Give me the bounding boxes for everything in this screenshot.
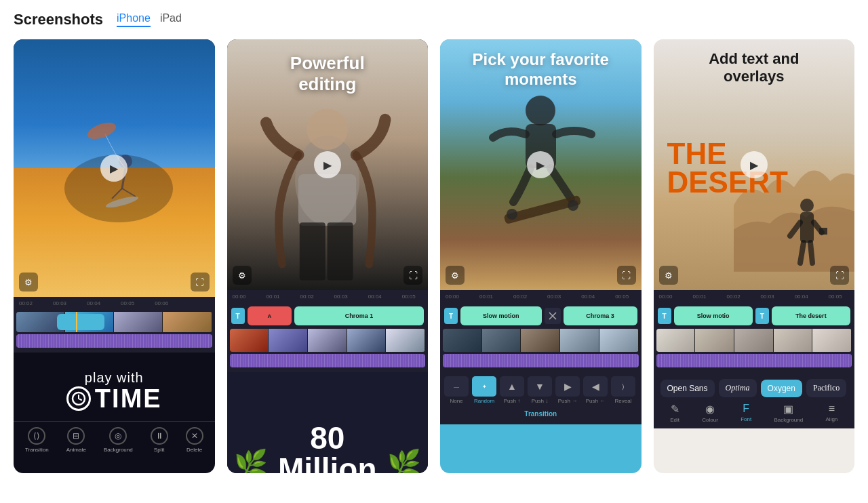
card2-video: Powerful editing ▶ ⚙ ⛶	[227, 39, 429, 290]
screenshots-row: ▶ ⚙ ⛶ 00:02 00:03 00:04 00:05 00:06	[14, 39, 854, 473]
video-toolbar-4: ⚙ ⛶	[659, 266, 850, 285]
toolbar-transition[interactable]: ⟨⟩ Transition	[25, 427, 49, 453]
toolbar-split[interactable]: ⏸ Split	[151, 427, 168, 453]
slow-motion-clip[interactable]: Slow motion	[460, 306, 542, 325]
play-button-2[interactable]: ▶	[314, 151, 341, 178]
screenshot-card-3: Pick your favorite moments ▶ ⚙ ⛶ 00:00 0…	[440, 39, 642, 473]
time-text: TIME	[66, 386, 162, 411]
video-toolbar: ⚙ ⛶	[19, 273, 210, 291]
push3-icon: ▶	[555, 376, 580, 397]
device-tabs: iPhone iPad	[117, 12, 182, 27]
svg-point-18	[800, 199, 814, 212]
downloads-badge: 🌿 80 Million Downloads 🌿	[227, 372, 429, 473]
badge-text: 80 Million Downloads	[275, 422, 381, 474]
color-tool[interactable]: ◉ Colour	[702, 403, 718, 423]
selected-clip[interactable]	[57, 314, 104, 330]
page-header: Screenshots iPhone iPad	[14, 11, 854, 28]
text-clip-icon: T	[231, 308, 245, 324]
font-opensans[interactable]: Open Sans	[660, 380, 715, 397]
time-icon	[66, 386, 91, 411]
laurel-right: 🌿	[387, 448, 421, 474]
toolbar-animate[interactable]: ⊟ Animate	[66, 427, 86, 453]
edit-tool[interactable]: ✎ Edit	[670, 403, 679, 423]
powerful-editing-text: Powerful editing	[227, 53, 429, 95]
push2-icon: ▼	[528, 376, 552, 397]
svg-point-6	[85, 121, 118, 142]
svg-line-23	[810, 243, 812, 263]
audio-track-4	[656, 354, 852, 367]
timeline-container-4: T Slow motio T The desert	[654, 302, 855, 372]
text-icon-4b: T	[755, 308, 769, 324]
desert-clip[interactable]: The desert	[772, 306, 850, 325]
align-tool[interactable]: ≡ Align	[826, 403, 838, 423]
reveal-icon: ⟩	[611, 376, 635, 397]
scissors-icon	[548, 311, 557, 321]
transition-controls: — None ✦ Random ▲ Push ↑ ▼ Push ↓	[440, 372, 642, 424]
transition-random[interactable]: ✦ Random	[472, 376, 496, 404]
video-toolbar-3: ⚙ ⛶	[446, 266, 636, 285]
push4-icon: ◀	[583, 376, 608, 397]
screenshot-card-2: Powerful editing ▶ ⚙ ⛶ 00:00 00:01 00:02…	[227, 39, 429, 473]
transition-push3[interactable]: ▶ Push →	[555, 376, 580, 404]
svg-line-20	[790, 222, 800, 236]
svg-point-16	[507, 209, 517, 220]
fullscreen-icon-2[interactable]: ⛶	[403, 266, 422, 285]
toolbar-background[interactable]: ◎ Background	[104, 427, 133, 453]
font-tool[interactable]: F Font	[741, 403, 751, 423]
tl-row-text: T A Chroma 1	[230, 305, 426, 327]
video-track-2	[230, 329, 426, 352]
settings-icon-3[interactable]: ⚙	[446, 266, 465, 285]
settings-icon-4[interactable]: ⚙	[659, 266, 678, 285]
transition-label: Transition	[444, 404, 637, 420]
card3-video: Pick your favorite moments ▶ ⚙ ⛶	[440, 39, 642, 290]
transition-none[interactable]: — None	[444, 376, 469, 404]
fullscreen-icon-3[interactable]: ⛶	[617, 266, 636, 285]
tab-iphone[interactable]: iPhone	[117, 12, 151, 27]
fullscreen-icon-4[interactable]: ⛶	[830, 266, 849, 285]
transition-push1[interactable]: ▲ Push ↑	[500, 376, 524, 404]
font-optima[interactable]: Optima	[719, 379, 757, 397]
font-oxygen[interactable]: Oxygen	[761, 380, 802, 397]
svg-rect-24	[819, 228, 827, 235]
timecodes-4: 00:00 00:01 00:02 00:03 00:04 00:05	[654, 290, 855, 302]
text-clip-short[interactable]: A	[248, 306, 292, 325]
settings-icon[interactable]: ⚙	[19, 273, 38, 291]
play-with-text: play with	[85, 370, 144, 386]
play-button-4[interactable]: ▶	[741, 151, 768, 178]
delete-icon: ✕	[186, 427, 203, 445]
tl-row-video	[230, 329, 426, 352]
tab-ipad[interactable]: iPad	[160, 12, 182, 27]
play-button-3[interactable]: ▶	[527, 151, 554, 178]
slow-motion-clip-4[interactable]: Slow motio	[674, 306, 753, 325]
chroma1-clip[interactable]: Chroma 1	[294, 306, 424, 325]
font-pacifico[interactable]: Pacifico	[806, 379, 846, 397]
playhead	[76, 312, 77, 332]
transition-push4[interactable]: ◀ Push ←	[583, 376, 608, 404]
audio-track-2	[230, 354, 426, 367]
background-tool[interactable]: ▣ Background	[774, 403, 803, 423]
play-button[interactable]: ▶	[100, 155, 127, 182]
toolbar-delete[interactable]: ✕ Delete	[186, 427, 203, 453]
svg-point-9	[307, 108, 348, 150]
audio-track-3	[443, 354, 639, 367]
video-track-3	[443, 329, 639, 352]
screenshot-card-1: ▶ ⚙ ⛶ 00:02 00:03 00:04 00:05 00:06	[14, 39, 215, 473]
settings-icon-2[interactable]: ⚙	[233, 266, 252, 285]
page-title: Screenshots	[14, 11, 103, 28]
chroma3-clip[interactable]: Chroma 3	[564, 306, 637, 325]
clock-icon	[71, 391, 86, 406]
background-icon: ◎	[109, 427, 127, 445]
text-icon-4a: T	[658, 308, 671, 324]
million-badge: 🌿 80 Million Downloads 🌿	[234, 422, 422, 474]
transition-push2[interactable]: ▼ Push ↓	[528, 376, 552, 404]
transition-options: — None ✦ Random ▲ Push ↑ ▼ Push ↓	[444, 376, 637, 404]
svg-rect-10	[298, 174, 356, 226]
timeline-container-2: T A Chroma 1	[227, 302, 429, 372]
laurel-left: 🌿	[234, 448, 268, 474]
tl-row-audio	[230, 354, 426, 367]
surfer-silhouette	[51, 121, 186, 243]
fullscreen-icon[interactable]: ⛶	[191, 273, 210, 291]
font-options: Open Sans Optima Oxygen Pacifico	[658, 376, 851, 400]
tl-row-audio-3	[443, 354, 639, 367]
transition-reveal[interactable]: ⟩ Reveal	[611, 376, 635, 404]
